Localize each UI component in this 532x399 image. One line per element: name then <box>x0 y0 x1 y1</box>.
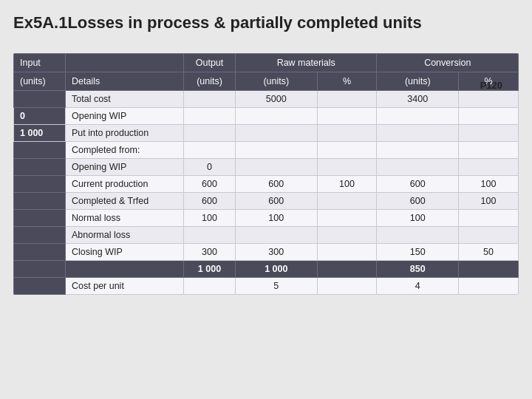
cell-details-3: Completed from: <box>66 142 184 159</box>
cell-details-4: Opening WIP <box>66 159 184 176</box>
cell-output-6: 600 <box>184 193 236 210</box>
cell-rm-pct-10 <box>317 261 377 278</box>
cell-details-1: Opening WIP <box>66 108 184 125</box>
cell-output-5: 600 <box>184 176 236 193</box>
cell-input-2: 1 000 <box>14 125 66 142</box>
cell-input-0 <box>14 91 66 108</box>
cell-conv-units-6: 600 <box>377 193 459 210</box>
main-table: Input Output Raw materials Conversion (u… <box>13 53 519 295</box>
cell-rm-units-6: 600 <box>236 193 318 210</box>
cell-rm-pct-8 <box>317 227 377 244</box>
col-output: Output <box>184 54 236 72</box>
cell-conv-pct-4 <box>459 159 519 176</box>
cell-rm-units-8 <box>236 227 318 244</box>
cell-input-1: 0 <box>14 108 66 125</box>
cell-conv-pct-9: 50 <box>459 244 519 261</box>
cell-output-11 <box>184 278 236 295</box>
cell-output-2 <box>184 125 236 142</box>
col-details <box>66 54 184 72</box>
cell-conv-pct-7 <box>459 210 519 227</box>
cell-input-11 <box>14 278 66 295</box>
cell-details-10 <box>66 261 184 278</box>
cell-rm-units-3 <box>236 142 318 159</box>
cell-rm-units-0: 5000 <box>236 91 318 108</box>
cell-conv-pct-0 <box>459 91 519 108</box>
cell-details-6: Completed & Trfed <box>66 193 184 210</box>
cell-rm-pct-4 <box>317 159 377 176</box>
subh-output-units: (units) <box>184 72 236 91</box>
cell-rm-units-2 <box>236 125 318 142</box>
cell-rm-units-7: 100 <box>236 210 318 227</box>
col-input: Input <box>14 54 66 72</box>
cell-conv-units-9: 150 <box>377 244 459 261</box>
cell-rm-pct-0 <box>317 91 377 108</box>
subh-rm-pct: % <box>317 72 377 91</box>
cell-output-8 <box>184 227 236 244</box>
cell-conv-pct-3 <box>459 142 519 159</box>
cell-rm-pct-6 <box>317 193 377 210</box>
page-title: Ex5A.1Losses in process & partially comp… <box>13 13 422 33</box>
cell-output-7: 100 <box>184 210 236 227</box>
cell-conv-pct-8 <box>459 227 519 244</box>
subh-details: Details <box>66 72 184 91</box>
cell-rm-units-4 <box>236 159 318 176</box>
cell-details-2: Put into production <box>66 125 184 142</box>
cell-conv-pct-6: 100 <box>459 193 519 210</box>
cell-input-4 <box>14 159 66 176</box>
cell-conv-pct-1 <box>459 108 519 125</box>
page-ref: P120 <box>480 80 502 91</box>
cell-conv-units-0: 3400 <box>377 91 459 108</box>
cell-conv-units-10: 850 <box>377 261 459 278</box>
cell-details-9: Closing WIP <box>66 244 184 261</box>
cell-conv-units-2 <box>377 125 459 142</box>
subh-conv-units: (units) <box>377 72 459 91</box>
cell-conv-units-5: 600 <box>377 176 459 193</box>
cell-rm-pct-9 <box>317 244 377 261</box>
cell-rm-units-5: 600 <box>236 176 318 193</box>
cell-input-3 <box>14 142 66 159</box>
cell-conv-units-8 <box>377 227 459 244</box>
cell-rm-units-1 <box>236 108 318 125</box>
cell-input-9 <box>14 244 66 261</box>
cell-conv-units-4 <box>377 159 459 176</box>
cell-details-5: Current production <box>66 176 184 193</box>
subh-input-units: (units) <box>14 72 66 91</box>
cell-rm-units-10: 1 000 <box>236 261 318 278</box>
cell-rm-pct-7 <box>317 210 377 227</box>
cell-output-10: 1 000 <box>184 261 236 278</box>
cell-conv-pct-2 <box>459 125 519 142</box>
cell-conv-units-11: 4 <box>377 278 459 295</box>
cell-conv-pct-10 <box>459 261 519 278</box>
cell-conv-pct-11 <box>459 278 519 295</box>
cell-details-0: Total cost <box>66 91 184 108</box>
cell-rm-pct-11 <box>317 278 377 295</box>
cell-output-0 <box>184 91 236 108</box>
cell-details-7: Normal loss <box>66 210 184 227</box>
cell-details-8: Abnormal loss <box>66 227 184 244</box>
cell-conv-units-3 <box>377 142 459 159</box>
cell-conv-units-1 <box>377 108 459 125</box>
cell-rm-units-11: 5 <box>236 278 318 295</box>
cell-rm-pct-5: 100 <box>317 176 377 193</box>
cell-conv-pct-5: 100 <box>459 176 519 193</box>
cell-input-7 <box>14 210 66 227</box>
cell-input-6 <box>14 193 66 210</box>
cell-output-1 <box>184 108 236 125</box>
cell-conv-units-7: 100 <box>377 210 459 227</box>
cell-output-4: 0 <box>184 159 236 176</box>
cell-output-3 <box>184 142 236 159</box>
cell-output-9: 300 <box>184 244 236 261</box>
cell-input-10 <box>14 261 66 278</box>
cell-rm-pct-2 <box>317 125 377 142</box>
col-rawmat: Raw materials <box>236 54 377 72</box>
cell-input-5 <box>14 176 66 193</box>
col-conversion: Conversion <box>377 54 519 72</box>
cell-rm-pct-1 <box>317 108 377 125</box>
cell-rm-pct-3 <box>317 142 377 159</box>
cell-details-11: Cost per unit <box>66 278 184 295</box>
cell-rm-units-9: 300 <box>236 244 318 261</box>
cell-input-8 <box>14 227 66 244</box>
subh-rm-units: (units) <box>236 72 318 91</box>
